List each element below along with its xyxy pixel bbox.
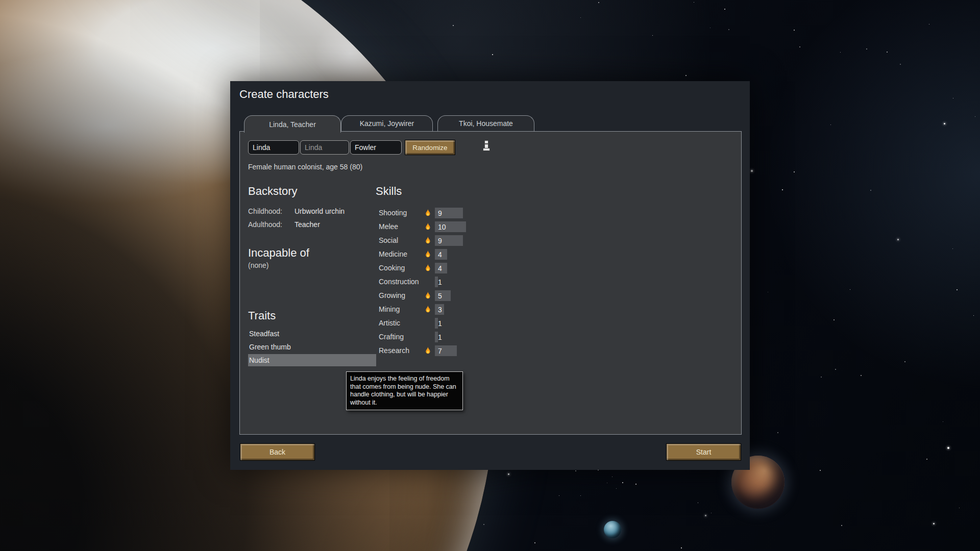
star [724, 9, 725, 10]
info-icon-base [483, 148, 489, 151]
star [834, 319, 835, 320]
star [840, 52, 841, 53]
skill-list: Shooting9Melee10Social9Medicine4Cooking4… [376, 206, 508, 358]
star [900, 64, 901, 65]
skill-label: Construction [379, 278, 419, 286]
nickname-input[interactable] [300, 140, 349, 155]
skill-row: Construction1 [376, 275, 508, 289]
passion-flame-icon [425, 209, 431, 217]
tab-linda-teacher[interactable]: Linda, Teacher [244, 115, 341, 133]
star [483, 524, 484, 525]
skill-value: 3 [438, 306, 442, 314]
star [782, 189, 783, 190]
passion-flame-icon [425, 264, 431, 272]
trait-label: Green thumb [249, 343, 291, 351]
passion-flame-icon [425, 251, 431, 258]
skill-value: 9 [438, 237, 442, 245]
skill-row: Cooking4 [376, 261, 508, 275]
passion-flame-icon [425, 292, 431, 299]
planet-small-blue [604, 521, 621, 538]
info-icon-stem [485, 144, 488, 148]
tab-kazumi-joywirer[interactable]: Kazumi, Joywirer [341, 115, 433, 131]
passion-flame-icon [425, 292, 431, 299]
star [777, 432, 778, 433]
star [612, 477, 612, 477]
star [904, 361, 905, 362]
skills-heading: Skills [376, 185, 402, 198]
skill-bar: 4 [435, 263, 499, 273]
trait-label: Steadfast [249, 330, 279, 338]
skill-row: Growing5 [376, 289, 508, 303]
skill-bar: 5 [435, 290, 499, 301]
star [710, 28, 710, 28]
star [794, 171, 795, 172]
skill-value: 7 [438, 347, 442, 355]
star [453, 25, 454, 26]
star [607, 483, 607, 483]
skill-label: Medicine [379, 250, 407, 258]
randomize-button[interactable]: Randomize [405, 140, 455, 155]
last-name-input[interactable] [350, 140, 402, 155]
star [580, 17, 581, 18]
skill-row: Artistic1 [376, 316, 508, 330]
star [959, 508, 960, 508]
skill-row: Medicine4 [376, 247, 508, 261]
skill-bar: 3 [435, 304, 499, 315]
star [635, 484, 636, 485]
skill-value: 4 [438, 264, 442, 272]
trait-nudist[interactable]: Nudist [248, 354, 376, 366]
star [794, 30, 795, 31]
passion-flame-icon [425, 223, 431, 231]
incapable-heading: Incapable of [248, 246, 309, 260]
skill-label: Melee [379, 222, 398, 231]
star [952, 248, 953, 249]
star [728, 29, 729, 30]
trait-steadfast[interactable]: Steadfast [248, 328, 376, 340]
first-name-input[interactable] [248, 140, 299, 155]
tab-tkoi-housemate[interactable]: Tkoi, Housemate [437, 115, 534, 131]
star [580, 495, 581, 496]
passion-flame-icon [425, 347, 431, 355]
star [866, 48, 867, 49]
passion-flame-icon [425, 223, 431, 231]
star [598, 2, 599, 3]
star [841, 525, 842, 526]
skill-label: Growing [379, 291, 405, 299]
start-button[interactable]: Start [666, 443, 741, 461]
star [698, 503, 698, 503]
trait-green-thumb[interactable]: Green thumb [248, 341, 376, 353]
skill-label: Cooking [379, 264, 405, 272]
star [821, 377, 822, 378]
skill-label: Research [379, 346, 409, 355]
skill-row: Melee10 [376, 220, 508, 234]
skill-row: Crafting1 [376, 330, 508, 344]
tab-label: Kazumi, Joywirer [360, 119, 414, 128]
skill-bar: 1 [435, 332, 499, 342]
star [616, 488, 617, 489]
star [835, 369, 836, 370]
star [534, 542, 535, 543]
skill-bar: 9 [435, 208, 499, 218]
skill-value: 9 [438, 209, 442, 217]
info-icon[interactable] [483, 141, 490, 151]
star [944, 123, 945, 124]
star [705, 515, 706, 516]
star [897, 239, 899, 240]
tab-label: Linda, Teacher [269, 120, 316, 129]
star [973, 315, 974, 316]
star [975, 116, 975, 117]
passion-flame-icon [425, 251, 431, 258]
star [622, 482, 623, 483]
skill-row: Social9 [376, 234, 508, 247]
tab-label: Tkoi, Housemate [459, 119, 513, 128]
passion-flame-icon [425, 306, 431, 313]
star [694, 2, 694, 3]
skill-value: 1 [438, 319, 442, 328]
star [830, 124, 831, 125]
skill-bar: 9 [435, 235, 499, 246]
skill-value: 10 [438, 223, 446, 231]
skill-bar: 1 [435, 277, 499, 287]
incapable-value: (none) [248, 261, 268, 269]
back-button[interactable]: Back [240, 443, 315, 461]
star [652, 35, 653, 36]
